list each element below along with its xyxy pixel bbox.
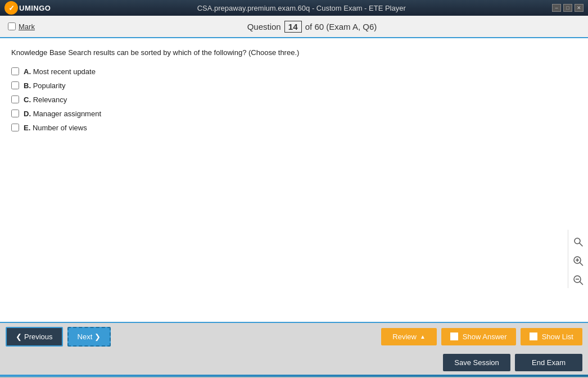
option-d-checkbox[interactable] [11, 110, 19, 117]
previous-label: Previous [24, 333, 53, 341]
option-e-label[interactable]: E. Number of views [24, 124, 87, 132]
review-button[interactable]: Review ▲ [381, 328, 437, 345]
zoom-in-icon[interactable] [571, 253, 586, 269]
header-bar: Mark Question 14 of 60 (Exam A, Q6) [0, 16, 588, 38]
logo: ✓ UMINGO [4, 1, 51, 15]
logo-text: UMINGO [19, 4, 51, 12]
logo-icon: ✓ [4, 1, 18, 15]
show-list-button[interactable]: Show List [521, 328, 582, 345]
end-exam-button[interactable]: End Exam [515, 354, 582, 371]
question-number: 14 [284, 21, 302, 33]
previous-button[interactable]: ❮ Previous [6, 327, 63, 347]
option-e-text: Number of views [33, 124, 87, 132]
close-button[interactable]: ✕ [575, 4, 584, 12]
prev-arrow-icon: ❮ [16, 333, 22, 341]
option-a-checkbox[interactable] [11, 67, 19, 75]
question-info: Question 14 of 60 (Exam A, Q6) [44, 21, 580, 33]
svg-line-8 [580, 282, 582, 285]
option-e-letter: E. [24, 124, 30, 132]
minimize-button[interactable]: – [552, 4, 561, 12]
next-arrow-icon: ❯ [94, 333, 101, 341]
answer-option-b: B. Popularity [11, 81, 579, 90]
option-c-letter: C. [24, 95, 31, 104]
title-bar-title: CSA.prepaway.premium.exam.60q - Custom E… [51, 4, 552, 12]
show-answer-label: Show Answer [463, 333, 507, 341]
save-session-button[interactable]: Save Session [443, 354, 510, 371]
option-d-letter: D. [24, 110, 31, 118]
option-c-checkbox[interactable] [11, 95, 19, 103]
mark-input[interactable] [8, 22, 16, 30]
question-text: Knowledge Base Search results can be sor… [11, 47, 579, 58]
svg-line-1 [580, 243, 582, 246]
title-bar: ✓ UMINGO CSA.prepaway.premium.exam.60q -… [0, 0, 588, 16]
svg-line-5 [580, 263, 582, 266]
mark-label: Mark [19, 22, 35, 31]
option-a-label[interactable]: A. Most recent update [24, 67, 96, 76]
option-b-checkbox[interactable] [11, 81, 19, 89]
second-bottom-bar: Save Session End Exam [0, 350, 588, 375]
option-a-letter: A. [24, 67, 31, 76]
answer-option-d: D. Manager assignment [11, 110, 579, 118]
option-b-text: Popularity [33, 81, 66, 90]
window-controls: – □ ✕ [552, 4, 584, 12]
title-bar-left: ✓ UMINGO [4, 1, 51, 15]
review-label: Review [392, 333, 417, 341]
next-button[interactable]: Next ❯ [67, 327, 111, 347]
option-c-label[interactable]: C. Relevancy [24, 95, 67, 104]
option-b-label[interactable]: B. Popularity [24, 81, 65, 90]
option-b-letter: B. [24, 81, 31, 90]
main-content: Knowledge Base Search results can be sor… [0, 38, 588, 322]
option-a-text: Most recent update [33, 67, 96, 76]
search-icon[interactable] [571, 234, 586, 250]
mark-checkbox[interactable]: Mark [8, 22, 35, 31]
question-total: of 60 (Exam A, Q6) [305, 22, 377, 31]
maximize-button[interactable]: □ [563, 4, 572, 12]
option-e-checkbox[interactable] [11, 124, 19, 131]
next-label: Next [78, 333, 93, 341]
bottom-toolbar: ❮ Previous Next ❯ Review ▲ Show Answer S… [0, 322, 588, 350]
show-list-label: Show List [542, 333, 573, 341]
answer-option-c: C. Relevancy [11, 95, 579, 104]
option-d-text: Manager assignment [33, 110, 101, 118]
show-list-square-icon [530, 333, 537, 340]
review-arrow-icon: ▲ [420, 334, 426, 340]
show-answer-square-icon [450, 333, 458, 340]
option-d-label[interactable]: D. Manager assignment [24, 110, 101, 118]
option-c-text: Relevancy [33, 95, 67, 104]
answer-option-e: E. Number of views [11, 124, 579, 132]
answer-option-a: A. Most recent update [11, 67, 579, 76]
bottom-divider [0, 375, 588, 377]
show-answer-button[interactable]: Show Answer [441, 328, 516, 345]
zoom-out-icon[interactable] [571, 272, 586, 288]
question-area: Knowledge Base Search results can be sor… [0, 38, 588, 322]
right-sidebar [568, 230, 588, 288]
question-label: Question [247, 22, 281, 31]
